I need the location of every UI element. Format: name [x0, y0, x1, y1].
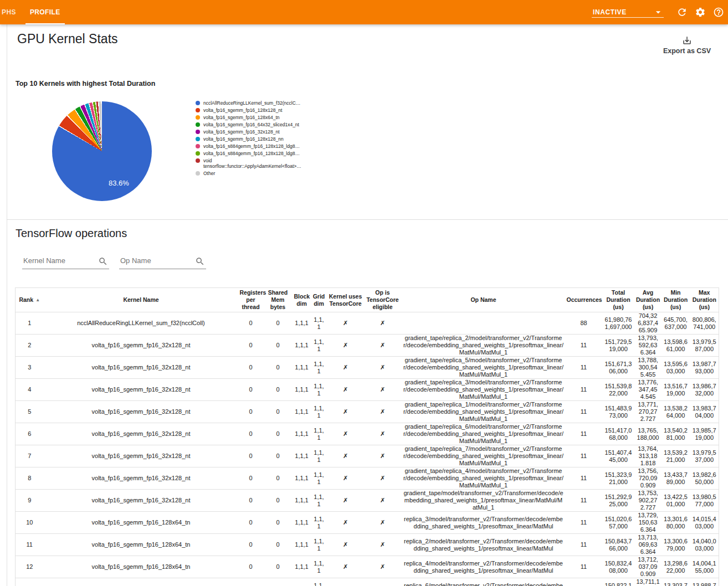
- legend-label: volta_fp16_sgemm_fp16_128x128_nt: [203, 107, 282, 113]
- tab-profile[interactable]: PROFILE: [25, 0, 65, 24]
- cell-min_duration: 13,422,501,000: [662, 490, 690, 512]
- cell-total_duration: 151,539,822,000: [602, 379, 635, 401]
- cell-rank: 10: [16, 512, 44, 534]
- cell-occurrences: 11: [566, 423, 602, 445]
- cell-total_duration: 151,407,445,000: [602, 445, 635, 467]
- cell-registers: 0: [239, 490, 263, 512]
- cell-tc_eligible: ✗: [364, 556, 402, 578]
- table-row: 1ncclAllReduceRingLLKernel_sum_f32(ncclC…: [16, 312, 719, 335]
- cell-max_duration: 13,979,587,000: [690, 335, 719, 357]
- cell-registers: 0: [239, 335, 263, 357]
- refresh-icon[interactable]: [675, 6, 689, 19]
- legend-label: volta_fp16_sgemm_fp16_128x128_nn: [203, 136, 284, 142]
- column-header-block_dim[interactable]: Block dim: [293, 288, 311, 312]
- cell-min_duration: 13,298,622,000: [662, 556, 690, 578]
- cell-rank: 2: [16, 335, 44, 357]
- cell-tc_eligible: ✗: [364, 467, 402, 490]
- cell-kernel: volta_fp16_sgemm_fp16_32x128_nt: [44, 467, 239, 490]
- cell-tc_eligible: ✗: [364, 423, 402, 445]
- cell-rank: 7: [16, 445, 44, 467]
- tab-graphs-partial[interactable]: PHS: [0, 0, 16, 24]
- search-icon: [195, 256, 205, 266]
- section-divider: [7, 219, 728, 220]
- cell-occurrences: 11: [566, 467, 602, 490]
- kernel-name-filter: [22, 254, 109, 269]
- help-icon[interactable]: [712, 6, 725, 19]
- cell-registers: 0: [239, 401, 263, 423]
- cell-uses_tensorcore: ✗: [327, 401, 364, 423]
- cell-tc_eligible: ✗: [364, 512, 402, 534]
- cell-shared_mem: 0: [263, 423, 293, 445]
- table-row: 5volta_fp16_sgemm_fp16_32x128_nt001,1,11…: [16, 401, 719, 423]
- cell-shared_mem: 0: [263, 445, 293, 467]
- legend-item: volta_fp16_sgemm_fp16_128x64_tn: [196, 115, 306, 120]
- cell-uses_tensorcore: ✗: [327, 556, 364, 578]
- column-header-grid_dim[interactable]: Grid dim: [311, 288, 327, 312]
- cell-block_dim: 1,1,1: [293, 401, 311, 423]
- table-row: 6volta_fp16_sgemm_fp16_32x128_nt001,1,11…: [16, 423, 719, 445]
- legend-label: volta_fp16_s884gemm_fp16_128x128_ldg8…: [203, 151, 300, 156]
- cell-rank: 13: [16, 578, 44, 586]
- column-header-min_duration[interactable]: Min Duration (us): [662, 288, 690, 312]
- column-header-kernel[interactable]: Kernel Name: [44, 288, 239, 312]
- run-selector-dropdown[interactable]: INACTIVE: [592, 7, 664, 18]
- cell-uses_tensorcore: ✗: [327, 312, 364, 335]
- cell-grid_dim: 1,1,1: [311, 335, 327, 357]
- cell-rank: 8: [16, 467, 44, 490]
- cell-rank: 12: [16, 556, 44, 578]
- cell-total_duration: 151,671,306,000: [602, 357, 635, 379]
- cell-block_dim: 1,1,1: [293, 556, 311, 578]
- column-header-uses_tensorcore[interactable]: Kernel uses TensorCore: [327, 288, 364, 312]
- cell-min_duration: 13,516,719,000: [662, 379, 690, 401]
- cell-min_duration: 13,300,679,000: [662, 534, 690, 556]
- cell-registers: 0: [239, 423, 263, 445]
- export-csv-button[interactable]: Export as CSV: [655, 35, 719, 55]
- table-row: 8volta_fp16_sgemm_fp16_32x128_nt001,1,11…: [16, 467, 719, 490]
- column-header-max_duration[interactable]: Max Duration (us): [690, 288, 719, 312]
- column-header-avg_duration[interactable]: Avg Duration (us): [635, 288, 662, 312]
- cell-op_name: replica_2/model/transformer_v2/Transform…: [402, 534, 566, 556]
- cell-total_duration: 151,417,068,000: [602, 423, 635, 445]
- cell-shared_mem: 0: [263, 379, 293, 401]
- legend-swatch-icon: [196, 144, 200, 148]
- kernel-name-input[interactable]: [22, 254, 109, 269]
- column-header-tc_eligible[interactable]: Op is TensorCore eligible: [364, 288, 402, 312]
- column-header-op_name[interactable]: Op Name: [402, 288, 566, 312]
- cell-max_duration: 13,980,577,000: [690, 490, 719, 512]
- cell-op_name: gradient_tape/replica_2/model/transforme…: [402, 335, 566, 357]
- cell-occurrences: 11: [566, 445, 602, 467]
- legend-swatch-icon: [196, 171, 200, 176]
- cell-shared_mem: 0: [263, 556, 293, 578]
- legend-label: volta_fp16_sgemm_fp16_32x128_nt: [203, 129, 280, 135]
- cell-min_duration: 13,540,281,000: [662, 423, 690, 445]
- table-row: 7volta_fp16_sgemm_fp16_32x128_nt001,1,11…: [16, 445, 719, 467]
- sort-asc-icon: ▲: [35, 297, 40, 302]
- cell-avg_duration: 13,712,037,090.909: [635, 556, 662, 578]
- column-header-shared_mem[interactable]: Shared Mem bytes: [263, 288, 293, 312]
- cell-total_duration: 151,020,657,000: [602, 512, 635, 534]
- cell-min_duration: 13,433,789,000: [662, 467, 690, 490]
- cell-total_duration: 151,292,925,000: [602, 490, 635, 512]
- cell-occurrences: 11: [566, 556, 602, 578]
- cell-rank: 9: [16, 490, 44, 512]
- cell-avg_duration: 13,776,347,454.545: [635, 379, 662, 401]
- column-header-total_duration[interactable]: Total Duration (us): [602, 288, 635, 312]
- settings-icon[interactable]: [694, 6, 707, 19]
- cell-registers: 0: [239, 467, 263, 490]
- cell-registers: 0: [239, 379, 263, 401]
- legend-item: void tensorflow::functor::ApplyAdamKerne…: [196, 158, 306, 169]
- cell-avg_duration: 13,713,069,636.364: [635, 534, 662, 556]
- cell-occurrences: 11: [566, 401, 602, 423]
- op-name-input[interactable]: [119, 254, 206, 269]
- table-row: 13volta_fp16_sgemm_fp16_128x64_tn001,1,1…: [16, 578, 719, 586]
- cell-total_duration: 150,843,766,000: [602, 534, 635, 556]
- column-header-registers[interactable]: Registers per thread: [239, 288, 263, 312]
- column-header-rank[interactable]: Rank▲: [16, 288, 44, 312]
- cell-rank: 11: [16, 534, 44, 556]
- cell-max_duration: 13,986,732,000: [690, 379, 719, 401]
- pie-chart[interactable]: 83.6%: [52, 101, 152, 201]
- legend-item: volta_fp16_s884gemm_fp16_128x128_ldg8…: [196, 151, 306, 156]
- column-header-occurrences[interactable]: Occurrences: [566, 288, 602, 312]
- legend-swatch-icon: [196, 108, 200, 112]
- cell-tc_eligible: ✗: [364, 357, 402, 379]
